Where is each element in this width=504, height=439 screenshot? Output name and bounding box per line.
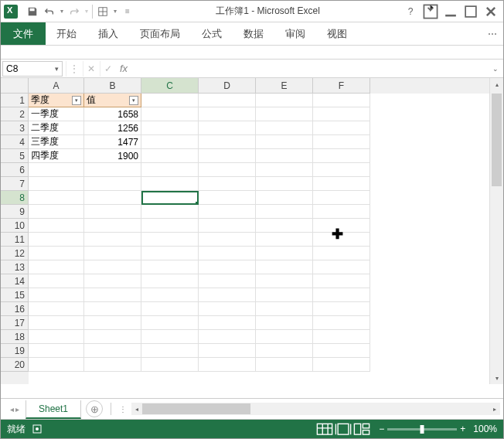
undo-dropdown-icon[interactable]: ▾ <box>58 3 66 20</box>
cell[interactable] <box>256 233 313 247</box>
cell[interactable] <box>29 247 84 260</box>
sheet-nav-prev-icon[interactable]: ◂ <box>10 405 14 413</box>
cancel-icon[interactable]: ✕ <box>83 61 98 77</box>
cell[interactable] <box>256 205 313 219</box>
cell[interactable] <box>29 191 84 205</box>
cell[interactable] <box>29 330 84 344</box>
row-header-4[interactable]: 4 <box>1 135 29 149</box>
cell[interactable] <box>141 205 199 219</box>
redo-icon[interactable] <box>66 3 83 20</box>
cell[interactable] <box>84 177 141 191</box>
cell[interactable] <box>29 316 84 330</box>
tab-view[interactable]: 视图 <box>316 22 358 45</box>
save-icon[interactable] <box>24 3 41 20</box>
row-header-1[interactable]: 1 <box>1 94 29 107</box>
cell[interactable] <box>141 219 199 233</box>
cell[interactable] <box>29 219 84 233</box>
cell[interactable] <box>29 163 84 177</box>
cell[interactable] <box>313 219 370 233</box>
redo-dropdown-icon[interactable]: ▾ <box>83 3 90 20</box>
tab-data[interactable]: 数据 <box>233 22 274 45</box>
cell[interactable] <box>199 107 256 121</box>
row-header-15[interactable]: 15 <box>1 288 29 302</box>
cell[interactable] <box>141 177 199 191</box>
cell[interactable] <box>199 247 256 260</box>
cell[interactable] <box>84 358 141 372</box>
cell[interactable] <box>256 330 313 344</box>
cell[interactable] <box>141 330 199 344</box>
cell[interactable] <box>313 260 370 274</box>
cell[interactable] <box>84 316 141 330</box>
enter-icon[interactable]: ✓ <box>100 61 115 77</box>
scroll-up-icon[interactable]: ▴ <box>490 78 503 90</box>
cell[interactable]: 三季度 <box>29 135 84 149</box>
row-header-19[interactable]: 19 <box>1 344 29 358</box>
cell[interactable] <box>199 344 256 358</box>
cell[interactable] <box>313 107 370 121</box>
cell[interactable] <box>313 177 370 191</box>
cell[interactable] <box>141 358 199 372</box>
row-header-10[interactable]: 10 <box>1 219 29 233</box>
cell[interactable] <box>141 288 199 302</box>
row-header-6[interactable]: 6 <box>1 163 29 177</box>
col-header-C[interactable]: C <box>141 78 199 94</box>
cell[interactable] <box>256 316 313 330</box>
tab-review[interactable]: 审阅 <box>274 22 316 45</box>
row-header-3[interactable]: 3 <box>1 121 29 135</box>
cell[interactable] <box>313 233 370 247</box>
col-header-B[interactable]: B <box>84 78 141 94</box>
cell[interactable] <box>199 163 256 177</box>
cell[interactable] <box>84 247 141 260</box>
ribbon-options-icon[interactable] <box>421 4 440 19</box>
cell[interactable] <box>256 94 313 107</box>
cell[interactable] <box>141 107 199 121</box>
cell[interactable] <box>84 274 141 288</box>
col-header-D[interactable]: D <box>199 78 256 94</box>
ribbon-collapse-icon[interactable]: ⋯ <box>482 22 503 45</box>
page-break-view-icon[interactable] <box>353 422 370 436</box>
tab-insert[interactable]: 插入 <box>87 22 129 45</box>
cell[interactable] <box>29 177 84 191</box>
cell[interactable] <box>199 135 256 149</box>
normal-view-icon[interactable] <box>316 422 333 436</box>
cell[interactable] <box>256 107 313 121</box>
cell[interactable] <box>141 247 199 260</box>
row-header-18[interactable]: 18 <box>1 330 29 344</box>
sheet-tab[interactable]: Sheet1 <box>26 400 81 419</box>
cell[interactable] <box>199 330 256 344</box>
cell[interactable] <box>141 316 199 330</box>
cell[interactable] <box>141 121 199 135</box>
cell[interactable]: 1256 <box>84 121 141 135</box>
cell[interactable]: 1477 <box>84 135 141 149</box>
zoom-value[interactable]: 100% <box>473 424 497 434</box>
cell[interactable] <box>84 344 141 358</box>
cell[interactable] <box>199 358 256 372</box>
row-header-14[interactable]: 14 <box>1 274 29 288</box>
row-header-5[interactable]: 5 <box>1 149 29 163</box>
cell[interactable] <box>256 177 313 191</box>
cell[interactable] <box>313 94 370 107</box>
cell[interactable] <box>199 121 256 135</box>
cell[interactable] <box>84 302 141 316</box>
cell[interactable] <box>313 121 370 135</box>
cell[interactable] <box>84 288 141 302</box>
undo-icon[interactable] <box>41 3 58 20</box>
cell[interactable]: 一季度 <box>29 107 84 121</box>
cell[interactable]: 值▾ <box>84 94 141 107</box>
cell[interactable] <box>141 260 199 274</box>
cell[interactable] <box>141 191 199 205</box>
cell[interactable] <box>313 344 370 358</box>
grid-dropdown-icon[interactable]: ▾ <box>111 3 119 20</box>
cell[interactable] <box>199 260 256 274</box>
cell[interactable] <box>256 302 313 316</box>
cell[interactable] <box>313 316 370 330</box>
cell[interactable] <box>256 247 313 260</box>
cell[interactable] <box>141 274 199 288</box>
zoom-out-icon[interactable]: − <box>379 424 384 434</box>
cell[interactable] <box>84 163 141 177</box>
cell[interactable] <box>256 344 313 358</box>
cell[interactable] <box>256 149 313 163</box>
cell[interactable]: 季度▾ <box>29 94 84 107</box>
cell[interactable] <box>141 163 199 177</box>
sheet-nav-next-icon[interactable]: ▸ <box>15 405 19 413</box>
